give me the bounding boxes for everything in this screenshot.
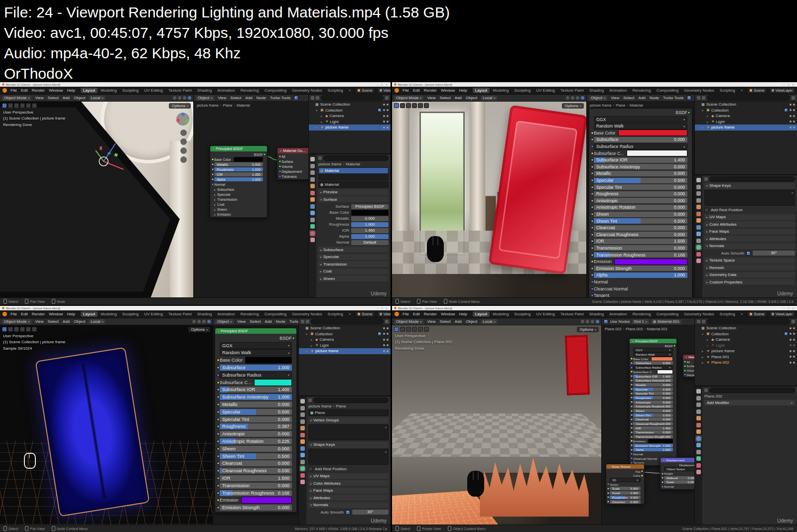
expand-caret[interactable]: ▸ — [702, 126, 705, 129]
node-row-clearcoat-roughness[interactable]: Clearcoat Roughness0.030 — [220, 468, 292, 474]
node-row-normal[interactable]: Normal — [594, 279, 687, 284]
hide-eye-icon[interactable] — [790, 362, 792, 364]
input-socket-clearcoat[interactable] — [630, 418, 633, 421]
node-row-scale[interactable]: Scale0.091 — [664, 480, 694, 484]
rotate-tool-icon[interactable] — [26, 103, 31, 108]
breadcrumb-picture-frame[interactable]: picture frame — [308, 404, 332, 408]
node-row-random-walk[interactable]: Random Walk▾ — [633, 353, 673, 356]
noise-texture-node[interactable]: ▾Noise Texture FacColor3D▾VectorScale5.0… — [606, 464, 645, 505]
node-row-clearcoat-roughness[interactable]: Clearcoat Roughness0.000 — [594, 232, 687, 237]
node-row-3d[interactable]: 3D▾ — [610, 478, 641, 482]
overlays-icon[interactable] — [576, 96, 579, 100]
breadcrumb-plane-002[interactable]: Plane.002 — [605, 327, 622, 331]
node-row-clearcoat-normal[interactable]: Clearcoat Normal — [594, 286, 687, 291]
rendered-shading-icon[interactable] — [188, 96, 191, 100]
output-properties-tab[interactable] — [310, 170, 315, 175]
slider-clearcoat[interactable]: Clearcoat0.000 — [594, 225, 687, 231]
slider-clearcoat[interactable]: Clearcoat0.000 — [220, 460, 292, 466]
outliner-row-collection[interactable]: ▾▣Collection — [299, 331, 391, 337]
input-socket-specular[interactable] — [591, 179, 594, 182]
tab-rendering[interactable]: Rendering — [630, 88, 654, 93]
tab-sculpting[interactable]: Sculpting — [120, 311, 141, 317]
select-box-tool-icon[interactable] — [8, 103, 13, 108]
section-specular[interactable]: ▸Specular — [318, 254, 389, 260]
overlays-icon[interactable] — [183, 96, 186, 100]
node-row-transmission-roughness[interactable]: Transmission Roughness0.000 — [633, 435, 673, 438]
material-slot-list[interactable]: Material — [318, 167, 389, 180]
section-shape-keys[interactable]: ▾Shape Keys — [308, 442, 389, 448]
section-face-maps[interactable]: ▸Face Maps — [308, 488, 389, 494]
tab-scripting[interactable]: Scripting — [717, 311, 738, 317]
node-row-detail[interactable]: Detail2.000 — [610, 491, 641, 495]
menu-file[interactable]: File — [401, 312, 410, 316]
mode-selector[interactable]: Object Mode▾ — [2, 96, 31, 101]
node-row-subsurface-c[interactable]: Subsurface C... — [220, 380, 292, 386]
menu-select[interactable]: Select — [229, 96, 243, 100]
cursor-tool-icon[interactable] — [406, 327, 411, 332]
status-select[interactable]: Select — [3, 526, 18, 531]
input-socket-all[interactable] — [278, 155, 281, 158]
menu-render[interactable]: Render — [30, 88, 46, 93]
node-row-subsurface-ior[interactable]: Subsurface IOR1.400 — [220, 387, 292, 393]
node-row-subsurface-radius[interactable]: Subsurface Radius▾ — [220, 372, 292, 378]
select-tool-icon[interactable] — [2, 103, 7, 108]
display-mode-icon[interactable] — [697, 96, 700, 100]
menu-file[interactable]: File — [401, 88, 410, 93]
physics-properties-tab[interactable] — [696, 232, 701, 236]
properties-search-input[interactable] — [709, 176, 795, 182]
node-row-random-walk[interactable]: Random Walk▾ — [220, 350, 292, 356]
dropdown-subsurface-radius[interactable]: Subsurface Radius▾ — [220, 372, 292, 379]
tab-uv-editing[interactable]: UV Editing — [533, 311, 557, 317]
node-row-surface[interactable]: Surface — [686, 364, 694, 368]
node-row-specular[interactable]: Specular0.500 — [594, 178, 687, 183]
render-properties-tab[interactable] — [696, 396, 701, 400]
list-box[interactable] — [704, 190, 795, 206]
toggle-perspective-icon[interactable] — [180, 156, 187, 163]
texture-properties-tab[interactable] — [300, 480, 305, 484]
principled-bsdf-node[interactable]: ▾Principled BSDF BSDFGGX▾Random Walk▾Bas… — [629, 338, 677, 466]
breadcrumb-picture-frame[interactable]: picture frame — [318, 162, 342, 166]
dropdown-object-space[interactable]: Object Space▾ — [664, 467, 694, 471]
input-socket-surface[interactable] — [278, 160, 281, 163]
node-row-tangent[interactable]: Tangent — [594, 293, 687, 297]
viewlayer-selector[interactable]: ViewLayer — [377, 311, 391, 317]
scene-selector[interactable]: Scene — [747, 311, 767, 317]
tab-modeling[interactable]: Modeling — [98, 311, 119, 317]
menu-render[interactable]: Render — [30, 312, 46, 316]
menu-select[interactable]: Select — [46, 96, 60, 100]
node-row-all[interactable]: All — [281, 154, 308, 158]
node-row-random-walk[interactable]: Random Walk▾ — [594, 124, 687, 129]
output-socket-bsdf[interactable] — [687, 111, 690, 114]
dropdown-ggx[interactable]: GGX▾ — [220, 342, 292, 349]
node-row-subsurface-ior[interactable]: Subsurface IOR1.400 — [633, 375, 673, 378]
input-socket-ior[interactable] — [211, 173, 214, 176]
outliner-row-scene-collection[interactable]: ▦Scene Collection — [695, 102, 797, 108]
mode-selector[interactable]: Object Mode▾ — [394, 319, 423, 324]
outliner-row-camera[interactable]: ▸◆Camera — [309, 113, 391, 119]
proportional-editing-icon[interactable] — [197, 320, 201, 323]
input-socket-subsurface-radius[interactable] — [630, 366, 633, 369]
hide-eye-icon[interactable] — [790, 350, 792, 352]
object-properties-tab[interactable] — [300, 439, 305, 444]
options-button[interactable]: Options▾ — [169, 103, 191, 109]
input-socket-volume[interactable] — [278, 165, 281, 168]
menu-select[interactable]: Select — [438, 319, 452, 324]
node-row-emission-strength[interactable]: Emission Strength0.000 — [594, 266, 687, 271]
input-socket-base-color[interactable] — [211, 158, 214, 161]
menu-add[interactable]: Add — [61, 319, 71, 324]
hide-eye-icon[interactable] — [790, 121, 792, 123]
status-node-context-menu[interactable]: Node Context Menu — [444, 299, 480, 304]
node-row-sheen-tint[interactable]: Sheen Tint0.500 — [220, 453, 292, 459]
use-nodes-checkbox[interactable] — [604, 319, 608, 324]
principled-bsdf-node[interactable]: BSDFGGX▾Random Walk▾Base ColorSubsurface… — [589, 108, 692, 297]
node-row-metallic[interactable]: Metallic0.000 — [594, 171, 687, 176]
breadcrumb-picture-frame[interactable]: picture frame — [197, 103, 219, 108]
color-swatch-base-color[interactable] — [351, 210, 389, 216]
tool-properties-tab[interactable] — [300, 399, 305, 403]
outliner-row-picture-frame[interactable]: ▸▼picture frame — [309, 125, 391, 131]
breadcrumb-material-001[interactable]: Material.001 — [647, 327, 667, 331]
property-value-surface[interactable]: Principled BSDF — [351, 204, 389, 209]
input-socket-subsurface[interactable] — [630, 362, 633, 365]
node-row-base-color[interactable]: Base Color — [594, 130, 687, 135]
render-visibility-icon[interactable] — [793, 344, 795, 346]
